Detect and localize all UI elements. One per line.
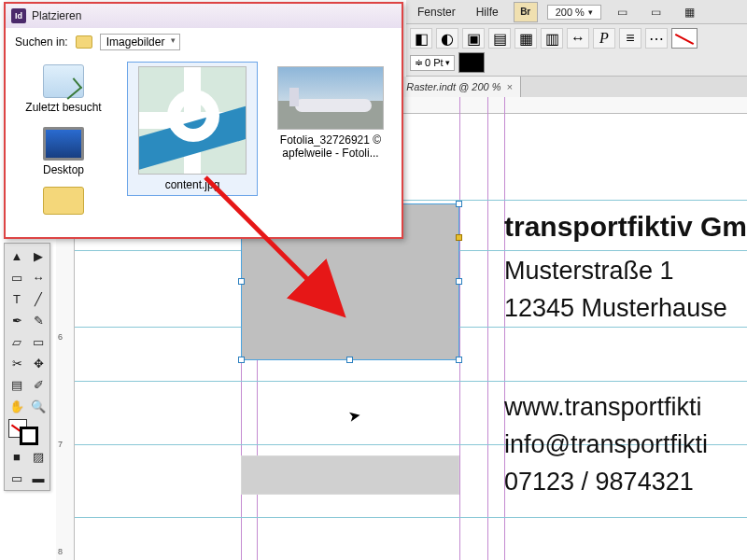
apply-color-icon[interactable]: ■ (7, 446, 27, 467)
place-dialog: Id Platzieren Suchen in: Imagebilder Zul… (4, 2, 403, 239)
normal-view-icon[interactable]: ▭ (7, 468, 27, 488)
indesign-icon: Id (11, 8, 26, 23)
file-item-selected[interactable]: content.jpg (127, 62, 258, 196)
folder-icon (76, 35, 92, 49)
preview-view-icon[interactable]: ▬ (28, 468, 49, 488)
dialog-titlebar[interactable]: Id Platzieren (6, 4, 402, 28)
lookin-label: Suchen in: (15, 35, 68, 49)
scissors-tool[interactable]: ✂ (7, 353, 27, 373)
fill-swatch[interactable] (458, 52, 485, 73)
resize-handle[interactable] (346, 357, 353, 363)
pen-tool[interactable]: ✒ (7, 310, 27, 330)
web-line: www.transportfikti (504, 390, 702, 426)
pencil-tool[interactable]: ✎ (28, 310, 49, 330)
resize-handle[interactable] (456, 357, 462, 363)
row-guide (75, 517, 747, 518)
menu-fenster[interactable]: Fenster (412, 4, 461, 21)
line-tool[interactable]: ╱ (28, 288, 49, 309)
pathfinder-icon[interactable]: P (593, 28, 615, 49)
arrange-icon[interactable]: ▦ (678, 2, 702, 22)
control-strip: ◧ ◐ ▣ ▤ ▦ ▥ ↔ P ≡ ⋯ ≑0 Pt▾ ↻ ⇋ ⇵ ▢ ◎ ▱ ▰ (406, 24, 747, 77)
lookin-combo[interactable]: Imagebilder (100, 34, 181, 50)
file-thumbnail (138, 66, 247, 175)
phone-line: 07123 / 9874321 (504, 465, 694, 500)
lookin-row: Suchen in: Imagebilder (6, 28, 402, 56)
sidebar-item-desktop[interactable]: Desktop (11, 124, 116, 179)
wrap-jump-icon[interactable]: ▥ (541, 28, 563, 49)
file-name: Fotolia_32726921 © apfelweile - Fotoli..… (270, 133, 391, 161)
gradient-tool[interactable]: ▤ (7, 374, 27, 395)
gap-tool[interactable]: ↔ (28, 267, 49, 287)
sidebar-item-label: Zuletzt besucht (25, 101, 101, 114)
stroke-none-swatch[interactable] (671, 28, 698, 49)
zoom-field[interactable]: 200 %▾ (547, 5, 601, 20)
resize-handle[interactable] (456, 278, 462, 285)
rectangle-tool[interactable]: ▭ (28, 331, 49, 352)
selection-tool[interactable]: ▲ (7, 245, 27, 266)
page-tool[interactable]: ▭ (7, 267, 27, 287)
gap-tool-icon[interactable]: ↔ (567, 28, 589, 49)
sidebar-item-folder[interactable] (11, 187, 116, 217)
type-tool[interactable]: T (7, 288, 27, 309)
street-line: Musterstraße 1 (504, 254, 674, 289)
ruler-mark: 6 (58, 332, 72, 342)
sidebar-item-recent[interactable]: Zuletzt besucht (11, 62, 116, 117)
file-list[interactable]: content.jpg Fotolia_32726921 © apfelweil… (121, 56, 402, 237)
resize-handle[interactable] (456, 201, 462, 207)
desktop-icon (43, 127, 84, 161)
chevron-down-icon: ▾ (588, 7, 593, 17)
folder-icon (43, 187, 84, 215)
corner-options-icon[interactable]: ◧ (410, 28, 432, 49)
bridge-button[interactable]: Br (514, 2, 538, 22)
hand-tool[interactable]: ✋ (7, 396, 27, 416)
stroke-weight-value: 0 Pt (425, 57, 444, 68)
sidebar-item-label: Desktop (43, 163, 84, 176)
align-icon[interactable]: ≡ (619, 28, 641, 49)
company-name: transportfiktiv Gm (504, 207, 747, 246)
tool-panel: ▲ ▶ ▭ ↔ T ╱ ✒ ✎ ▱ ▭ ✂ ✥ ▤ ✐ ✋ 🔍 ■ ▨ ▭ ▬ (4, 243, 50, 491)
drop-shadow-icon[interactable]: ◐ (436, 28, 458, 49)
screen-mode-icon[interactable]: ▭ (644, 2, 669, 22)
menubar: Fenster Hilfe Br 200 %▾ ▭ ▭ ▦ (406, 0, 747, 24)
column-guide (487, 97, 488, 560)
image-frame[interactable] (241, 455, 459, 495)
wrap-none-icon[interactable]: ▣ (462, 28, 485, 49)
column-guide (459, 97, 460, 560)
row-guide (75, 381, 747, 382)
ruler-mark: 8 (58, 547, 72, 556)
dialog-title: Platzieren (32, 9, 81, 22)
mail-line: info@transportfikti (504, 427, 708, 463)
direct-selection-tool[interactable]: ▶ (28, 245, 49, 266)
apply-gradient-icon[interactable]: ▨ (28, 446, 49, 467)
file-item[interactable]: Fotolia_32726921 © apfelweile - Fotoli..… (265, 62, 396, 165)
mouse-cursor-icon: ➤ (346, 406, 361, 426)
free-transform-tool[interactable]: ✥ (28, 353, 49, 373)
city-line: 12345 Musterhause (504, 291, 727, 327)
file-name: content.jpg (165, 178, 220, 191)
zoom-tool[interactable]: 🔍 (28, 396, 49, 416)
resize-handle[interactable] (238, 357, 245, 363)
zoom-value: 200 % (556, 7, 585, 18)
eyedropper-tool[interactable]: ✐ (28, 374, 49, 395)
wrap-bound-icon[interactable]: ▤ (488, 28, 511, 49)
out-port-handle[interactable] (456, 234, 462, 241)
view-options-icon[interactable]: ▭ (611, 2, 635, 22)
rectangle-frame-tool[interactable]: ▱ (7, 331, 27, 352)
distribute-icon[interactable]: ⋯ (645, 28, 668, 49)
places-sidebar: Zuletzt besucht Desktop (6, 56, 121, 237)
fill-stroke-swatch[interactable] (7, 417, 49, 445)
close-icon[interactable]: × (506, 81, 512, 92)
stroke-swatch-icon (20, 427, 38, 445)
menu-hilfe[interactable]: Hilfe (471, 4, 504, 21)
stroke-weight-field[interactable]: ≑0 Pt▾ (410, 55, 455, 71)
file-thumbnail (277, 66, 384, 130)
wrap-shape-icon[interactable]: ▦ (514, 28, 537, 49)
resize-handle[interactable] (238, 278, 245, 285)
recent-icon (43, 64, 84, 98)
ruler-mark: 7 (58, 440, 72, 449)
